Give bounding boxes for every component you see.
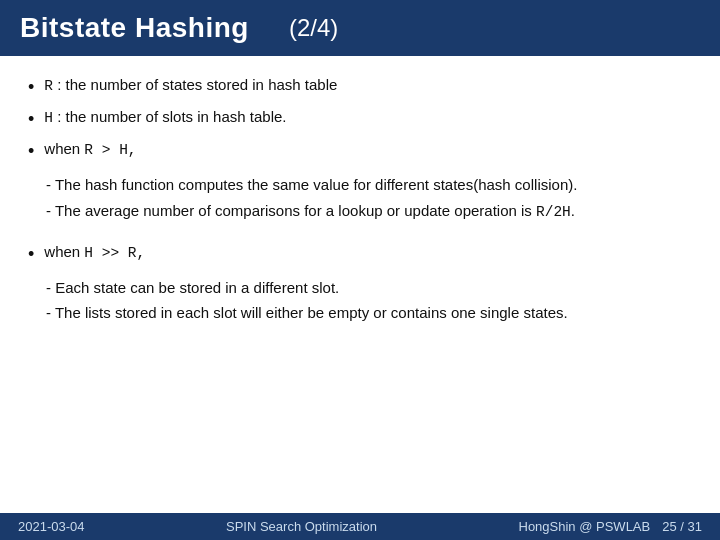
bullet1-code: R bbox=[44, 78, 53, 94]
spacer bbox=[28, 227, 692, 241]
footer-center: SPIN Search Optimization bbox=[85, 519, 519, 534]
slide-number: (2/4) bbox=[289, 14, 338, 42]
sub-bullet-4-2: - The lists stored in each slot will eit… bbox=[46, 302, 692, 325]
bullet-item-4: • when H >> R, bbox=[28, 241, 692, 267]
bullet-dot-2: • bbox=[28, 106, 34, 132]
bullet-dot-1: • bbox=[28, 74, 34, 100]
slide-header: Bitstate Hashing (2/4) bbox=[0, 0, 720, 56]
slide-title: Bitstate Hashing bbox=[20, 12, 249, 44]
footer-date: 2021-03-04 bbox=[18, 519, 85, 534]
bullet-item-1: • R : the number of states stored in has… bbox=[28, 74, 692, 100]
sub-bullet-4-1: - Each state can be stored in a differen… bbox=[46, 277, 692, 300]
bullet4-subbullets: - Each state can be stored in a differen… bbox=[46, 277, 692, 328]
bullet-text-2: H : the number of slots in hash table. bbox=[44, 106, 692, 129]
bullet3-subbullets: - The hash function computes the same va… bbox=[46, 174, 692, 226]
footer-slash: / bbox=[680, 519, 687, 534]
footer-right: HongShin @ PSWLAB 25 / 31 bbox=[519, 519, 703, 534]
bullet4-when: when bbox=[44, 243, 84, 260]
bullet2-text: : the number of slots in hash table. bbox=[57, 108, 286, 125]
bullet-text-1: R : the number of states stored in hash … bbox=[44, 74, 692, 97]
bullet4-condition: H >> R, bbox=[84, 245, 145, 261]
bullet3-when: when bbox=[44, 140, 84, 157]
bullet1-text: : the number of states stored in hash ta… bbox=[57, 76, 337, 93]
bullet-dot-4: • bbox=[28, 241, 34, 267]
footer-page: 25 / 31 bbox=[662, 519, 702, 534]
bullet-dot-3: • bbox=[28, 138, 34, 164]
slide-footer: 2021-03-04 SPIN Search Optimization Hong… bbox=[0, 513, 720, 540]
bullet-item-3: • when R > H, bbox=[28, 138, 692, 164]
sub-bullet-3-1: - The hash function computes the same va… bbox=[46, 174, 692, 197]
bullet-text-4: when H >> R, bbox=[44, 241, 692, 264]
sub-bullet-3-2-code: R/2H bbox=[536, 204, 571, 220]
bullet-item-2: • H : the number of slots in hash table. bbox=[28, 106, 692, 132]
bullet-text-3: when R > H, bbox=[44, 138, 692, 161]
slide-content: • R : the number of states stored in has… bbox=[0, 56, 720, 513]
footer-author: HongShin @ PSWLAB bbox=[519, 519, 651, 534]
bullet3-condition: R > H, bbox=[84, 142, 136, 158]
bullet2-code: H bbox=[44, 110, 53, 126]
sub-bullet-3-2: - The average number of comparisons for … bbox=[46, 200, 692, 224]
